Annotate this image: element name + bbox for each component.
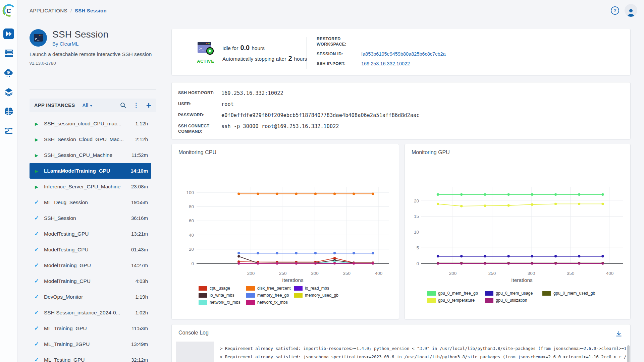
instance-row[interactable]: ✓ML_Training_2GPU13:49m	[30, 336, 151, 352]
clearml-logo[interactable]: C	[0, 0, 17, 21]
layers-icon	[4, 88, 13, 97]
legend-item[interactable]: gpu_0_mem_used_gb	[542, 291, 600, 296]
legend-swatch	[427, 291, 436, 296]
instance-duration: 1:12h	[135, 121, 148, 126]
legend-item[interactable]: memory_free_gb	[246, 293, 294, 298]
add-instance-button[interactable]: +	[146, 102, 151, 109]
instance-row[interactable]: ✓SSH Session_instance_2024-0...1:02h	[30, 305, 151, 320]
instance-duration: 13:21m	[131, 231, 148, 237]
legend-swatch	[485, 291, 493, 296]
instance-row[interactable]: ▶SSH_Session_CPU_Machine11:52m	[30, 147, 151, 163]
legend-label: gpu_0_mem_usage	[496, 291, 533, 296]
app-instances-title: APP INSTANCES	[34, 103, 75, 108]
detail-row: SSH HOST:PORT:169.253.16.332:10022	[178, 90, 630, 96]
legend-item[interactable]: gpu_0_mem_usage	[485, 291, 542, 296]
svg-text:Iterations: Iterations	[511, 277, 533, 283]
instance-duration: 36:16m	[131, 215, 148, 221]
instance-name: LLamaModelTraining_GPU	[44, 168, 130, 174]
legend-item[interactable]: gpu_0_temperature	[427, 298, 485, 303]
session-status-card: >_ ACTIVE Idle for0.0hours Automatically…	[171, 29, 631, 75]
instance-row[interactable]: ✓ModelTraining_CPU4:03h	[30, 273, 151, 289]
running-icon: ▶	[34, 184, 40, 190]
instance-row[interactable]: ✓SSH_Session36:16m	[30, 210, 151, 226]
console-log-lines[interactable]: > Requirement already satisfied: importl…	[214, 342, 626, 362]
status-field-value[interactable]: fa853b6105e9459b80a825b6c8c7cb2a	[361, 51, 446, 57]
console-scrollbar[interactable]	[627, 345, 630, 362]
breadcrumb-applications[interactable]: APPLICATIONS	[30, 8, 67, 13]
user-avatar[interactable]	[625, 4, 637, 17]
app-instances-list: ▶SSH_session_cloud_CPU_mac...1:12h▶SSH_S…	[30, 116, 151, 362]
instance-row[interactable]: ✓ML_Deug_Session19:55m	[30, 194, 151, 210]
instance-row[interactable]: ✓ModelTesting_CPU01:43m	[30, 242, 151, 257]
svg-text:0: 0	[416, 261, 419, 266]
legend-label: memory_free_gb	[257, 293, 289, 298]
svg-text:20: 20	[189, 247, 194, 252]
status-field-value[interactable]: 169.253.16.332:10022	[361, 61, 410, 66]
download-log-icon[interactable]	[615, 330, 622, 339]
legend-swatch	[294, 286, 303, 291]
nav-datasets[interactable]	[3, 87, 14, 98]
legend-label: network_rx_mbs	[210, 300, 240, 305]
instance-row[interactable]: ▶SSH_session_cloud_CPU_mac...1:12h	[30, 116, 151, 131]
instance-name: ModelTesting_CPU	[44, 247, 131, 253]
status-divider	[307, 37, 307, 69]
detail-label: PASSWORD:	[178, 112, 221, 118]
detail-row: USER:root	[178, 101, 630, 107]
app-description: Launch a detachable remote interactive S…	[30, 51, 152, 57]
instance-row[interactable]: ✓ModelTraining_GPU14:27m	[30, 257, 151, 273]
legend-swatch	[199, 286, 207, 291]
completed-icon: ✓	[34, 309, 40, 316]
status-field-label: SESSION ID:	[317, 51, 361, 57]
help-icon[interactable]: ?	[611, 6, 619, 15]
instance-row[interactable]: ✓ML_Training_GPU11:53m	[30, 320, 151, 336]
legend-item[interactable]: io_read_mbs	[294, 286, 341, 291]
svg-text:200: 200	[247, 271, 255, 276]
completed-icon: ✓	[34, 246, 40, 253]
svg-text:0: 0	[191, 261, 194, 266]
instance-row[interactable]: ▶LLamaModelTraining_GPU14:10m	[30, 163, 151, 179]
detail-label: SSH HOST:PORT:	[178, 90, 221, 96]
completed-icon: ✓	[34, 230, 40, 237]
svg-text:>_: >_	[35, 37, 40, 41]
nav-pipelines[interactable]	[3, 126, 14, 136]
legend-item[interactable]: io_write_mbs	[199, 293, 246, 298]
nav-applications[interactable]	[3, 28, 14, 39]
instance-row[interactable]: ▶SSH_Session_Cloud_GPU_Mac...2:12h	[30, 131, 151, 147]
completed-icon: ✓	[34, 278, 40, 285]
instances-filter-dropdown[interactable]: All	[83, 103, 93, 108]
nav-workers-queues[interactable]	[3, 48, 14, 59]
person-icon	[627, 8, 635, 17]
legend-item[interactable]: network_tx_mbs	[246, 300, 294, 305]
svg-text:100: 100	[186, 190, 194, 195]
kebab-menu-icon[interactable]: ⋮	[133, 102, 139, 108]
detail-row: PASSWORD:e0f0effdfe929f60f209ebcb5f18784…	[178, 112, 630, 118]
legend-swatch	[199, 300, 207, 305]
completed-icon: ✓	[34, 293, 40, 300]
legend-item[interactable]: disk_free_percent	[246, 286, 294, 291]
autostop-text: Automatically stopping after2hours	[222, 55, 307, 62]
legend-item[interactable]: network_rx_mbs	[199, 300, 246, 305]
instance-name: ML_Testing_GPU	[44, 357, 131, 362]
instance-row[interactable]: ✓ModelTesting_GPU13:21m	[30, 226, 151, 242]
nav-cloud-autoscaler[interactable]	[3, 67, 14, 78]
instance-row[interactable]: ✓DevOps_Monitor1:19h	[30, 289, 151, 305]
nav-models[interactable]	[3, 106, 14, 117]
legend-item[interactable]: gpu_0_mem_free_gb	[427, 291, 485, 296]
legend-item[interactable]: memory_used_gb	[294, 293, 341, 298]
legend-swatch	[485, 298, 493, 303]
ssh-app-icon: >_	[30, 29, 47, 47]
legend-label: io_read_mbs	[305, 286, 329, 291]
detail-value: 169.253.16.332:10022	[221, 90, 283, 96]
svg-text:Iterations: Iterations	[282, 277, 304, 283]
instance-row[interactable]: ✓ML_Testing_GPU32:12m	[30, 352, 151, 362]
applications-icon	[5, 31, 12, 37]
svg-text:350: 350	[343, 271, 351, 276]
legend-item[interactable]: gpu_0_utilization	[485, 298, 542, 303]
instance-row[interactable]: ▶Inference_Server_GPU_Machine23:08m	[30, 179, 151, 194]
monitoring-cpu-chart-card: Monitoring CPU 2002503003504000204060801…	[171, 144, 399, 319]
search-icon[interactable]	[120, 102, 126, 108]
legend-item[interactable]: cpu_usage	[199, 286, 246, 291]
status-fields: RESTORED WORKSPACE:SESSION ID:fa853b6105…	[317, 36, 446, 71]
svg-text:250: 250	[279, 271, 287, 276]
app-byline-link[interactable]: By ClearML	[52, 41, 108, 47]
